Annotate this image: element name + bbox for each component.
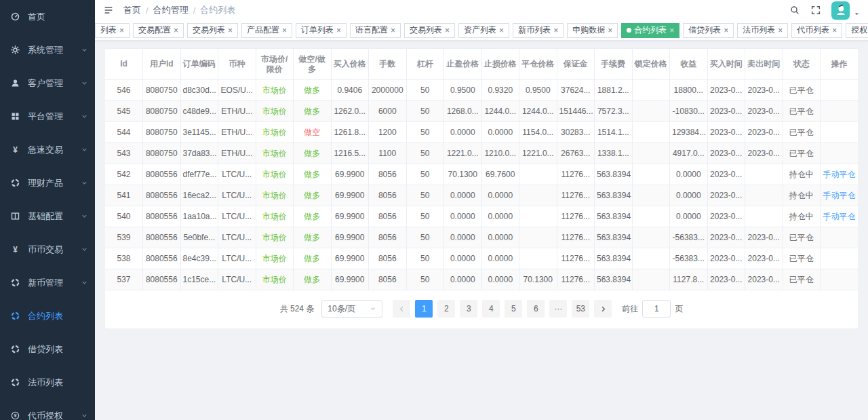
manual-close-link[interactable]: 手动平仓 (821, 164, 859, 185)
table-cell: 8080556 (143, 164, 181, 185)
sidebar-item-platform[interactable]: 平台管理 (0, 100, 95, 133)
table-cell: 2023-0... (707, 80, 745, 101)
sidebar-item-fiat[interactable]: 法币列表 (0, 366, 95, 399)
tab-close-icon[interactable]: × (336, 26, 341, 35)
chevron-down-icon (370, 305, 376, 312)
sidebar-item-label: 客户管理 (28, 77, 81, 90)
tab-item[interactable]: 申购数据 × (567, 23, 618, 38)
breadcrumb-item[interactable]: 合约管理 (153, 4, 189, 16)
table-cell: 做空 (294, 122, 332, 143)
tab-item[interactable]: 交易配置 × (133, 23, 184, 38)
table-cell: 18800... (670, 80, 708, 101)
sidebar-item-newcoin[interactable]: 新币管理 (0, 266, 95, 299)
tab-close-icon[interactable]: × (778, 26, 783, 35)
sidebar-item-coin-trade[interactable]: 币币交易 (0, 233, 95, 266)
chevron-down-icon (81, 179, 88, 187)
tab-close-icon[interactable]: × (499, 26, 504, 35)
tab-close-icon[interactable]: × (724, 26, 728, 35)
main-area: 首页/合约管理/合约列表 列表 × 交易配置 (95, 0, 868, 420)
manual-close-link[interactable]: 手动平仓 (821, 185, 859, 206)
table-cell: 8080556 (143, 269, 181, 290)
tab-item[interactable]: 资产列表 × (458, 23, 509, 38)
table-cell: 2023-0... (707, 122, 745, 143)
page-button[interactable]: 5 (505, 300, 522, 318)
jump-page-input[interactable] (642, 300, 671, 318)
tab-close-icon[interactable]: × (445, 26, 450, 35)
breadcrumb-separator: / (193, 5, 196, 16)
sidebar-item-basic-config[interactable]: 基础配置 (0, 199, 95, 233)
table-row: 543808075037da83...ETH/U...市场价做多1216.5..… (105, 143, 858, 164)
tab-item[interactable]: 代币列表 × (791, 23, 842, 38)
column-header: 手数 (369, 49, 407, 80)
page-button[interactable]: 2 (437, 300, 455, 318)
table-cell: 1244.0... (519, 101, 557, 122)
table-cell: 市场价 (256, 143, 294, 164)
tab-item[interactable]: 订单列表 × (296, 23, 347, 38)
table-row: 5468080750d8c30d...EOS/U...市场价做多0.940620… (105, 80, 858, 101)
tab-label: 新币列表 (518, 24, 551, 36)
page-ellipsis[interactable]: ··· (549, 300, 567, 318)
tab-item[interactable]: 交易列表 × (187, 23, 238, 38)
table-cell: 1244.0... (481, 101, 519, 122)
sidebar-item-token-auth[interactable]: 代币授权 (0, 399, 95, 420)
hamburger-icon[interactable] (103, 5, 114, 16)
sidebar-item-lending[interactable]: 借贷列表 (0, 332, 95, 366)
table-cell (821, 143, 859, 164)
prev-page-button[interactable] (393, 300, 410, 318)
table-cell: 1200 (369, 122, 407, 143)
table-cell: 2023-0... (745, 248, 783, 269)
tab-close-icon[interactable]: × (669, 26, 674, 35)
tab-item[interactable]: 合约列表 × (621, 23, 679, 38)
sidebar-item-contracts[interactable]: 合约列表 (0, 299, 95, 332)
tab-close-icon[interactable]: × (553, 26, 558, 35)
sidebar-item-home[interactable]: 首页 (0, 0, 95, 33)
tab-item[interactable]: 列表 × (95, 23, 130, 38)
tab-item[interactable]: 授权地址 × (846, 23, 868, 38)
table-row: 53880805568e4c39...LTC/U...市场价做多69.99008… (105, 248, 858, 269)
search-icon[interactable] (789, 5, 800, 16)
page-button[interactable]: 6 (527, 300, 545, 318)
fullscreen-icon[interactable] (810, 5, 821, 16)
tab-close-icon[interactable]: × (119, 26, 124, 35)
breadcrumb-item[interactable]: 首页 (123, 4, 141, 16)
manual-close-link[interactable]: 手动平仓 (821, 206, 859, 227)
sidebar-item-system[interactable]: 系统管理 (0, 33, 95, 66)
table-cell: LTC/U... (218, 248, 256, 269)
table-cell: 0.9406 (331, 80, 369, 101)
tab-close-icon[interactable]: × (608, 26, 612, 35)
tab-close-icon[interactable]: × (832, 26, 837, 35)
column-header: 做空/做多 (294, 49, 332, 80)
tab-item[interactable]: 语言配置 × (350, 23, 401, 38)
table-cell: 69.9900 (331, 227, 369, 248)
page-button[interactable]: 53 (572, 300, 589, 318)
tab-item[interactable]: 产品配置 × (241, 23, 292, 38)
table-cell: 1268.0... (444, 101, 482, 122)
table-cell: 1221.0... (519, 143, 557, 164)
tab-item[interactable]: 交易列表 × (404, 23, 455, 38)
page-size-select[interactable]: 10条/页 (321, 300, 382, 318)
sidebar-item-customers[interactable]: 客户管理 (0, 66, 95, 100)
page-button[interactable]: 1 (415, 300, 433, 318)
table-cell: 0.9320 (481, 80, 519, 101)
page-button[interactable]: 4 (482, 300, 500, 318)
tab-item[interactable]: 借贷列表 × (683, 23, 734, 38)
tab-item[interactable]: 法币列表 × (737, 23, 788, 38)
tab-close-icon[interactable]: × (228, 26, 233, 35)
sidebar-item-wealth[interactable]: 理财产品 (0, 166, 95, 199)
column-header: 买入价格 (331, 49, 369, 80)
page-button[interactable]: 3 (460, 300, 477, 318)
table-cell: 持仓中 (783, 206, 821, 227)
tab-close-icon[interactable]: × (282, 26, 287, 35)
table-cell: 2023-0... (745, 269, 783, 290)
table-cell: 11276... (557, 185, 595, 206)
avatar[interactable] (831, 1, 850, 20)
tab-close-icon[interactable]: × (391, 26, 395, 35)
table-cell: 做多 (294, 164, 332, 185)
caret-down-icon[interactable] (854, 11, 860, 17)
sidebar-item-fast-trade[interactable]: 急速交易 (0, 133, 95, 166)
tab-item[interactable]: 新币列表 × (513, 23, 564, 38)
sidebar-item-label: 系统管理 (28, 44, 81, 56)
next-page-button[interactable] (594, 300, 612, 318)
tab-close-icon[interactable]: × (174, 26, 178, 35)
table-cell: 做多 (294, 206, 332, 227)
